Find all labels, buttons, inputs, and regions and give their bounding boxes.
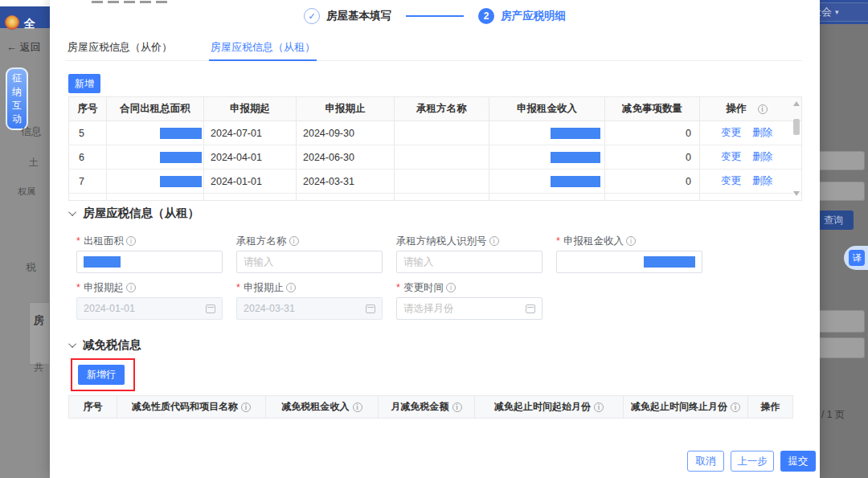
section-rental-info[interactable]: 房屋应税信息（从租） [71, 206, 199, 221]
chevron-down-icon [68, 208, 76, 216]
stepper-connector [406, 15, 464, 17]
table-vertical-scrollbar[interactable] [792, 101, 800, 196]
clipped-breadcrumb [92, 1, 167, 3]
info-icon [446, 283, 456, 292]
delete-link[interactable]: 删除 [752, 126, 772, 140]
field-tenant-tax-id: 承租方纳税人识别号 请输入 [396, 235, 542, 273]
table-header-row: 序号 减免性质代码和项目名称 减免税租金收入 月减免税金额 减免起止时间起始月份… [69, 396, 792, 418]
col-label: 月减免税金额 [391, 400, 449, 414]
property-tax-detail-dialog: ✓ 房屋基本填写 2 房产应税明细 房屋应税信息（从价） 房屋应税信息（从租） … [50, 0, 820, 478]
back-arrow-icon: ← [6, 41, 17, 53]
add-button[interactable]: 新增 [68, 74, 100, 93]
delete-link[interactable]: 删除 [752, 174, 772, 188]
info-icon [353, 402, 362, 412]
cell-tenant [395, 194, 489, 201]
cell-end: 2024-03-31 [297, 170, 395, 193]
tax-emblem-logo [5, 15, 19, 30]
table-row: 5 2024-07-01 2024-09-30 0 变更 删除 [69, 121, 801, 145]
scroll-down-icon[interactable] [793, 191, 800, 196]
caret-down-icon: ▾ [835, 8, 839, 16]
interaction-widget-button[interactable]: 征 纳 互 动 [6, 67, 28, 130]
previous-step-button[interactable]: 上一步 [731, 451, 774, 472]
cell-actions: 变更 删除 [700, 170, 793, 193]
scroll-up-icon[interactable] [793, 101, 800, 106]
section-tax-relief[interactable]: 减免税信息 [71, 337, 141, 353]
cell-actions: 变更 删除 [700, 145, 793, 169]
cell-income [489, 121, 605, 145]
step1-label: 房屋基本填写 [326, 9, 391, 23]
col-actions: 操作 [748, 396, 792, 418]
back-button[interactable]: ← 返回 [6, 40, 41, 55]
step1-check-icon: ✓ [304, 8, 320, 24]
col-end: 申报期止 [297, 97, 395, 121]
area-input[interactable] [76, 251, 223, 273]
highlight-annotation-box: 新增行 [71, 358, 135, 391]
top-navbar-right: 金会 ▾ [820, 0, 868, 24]
field-label: 承租方纳税人识别号 [396, 235, 487, 248]
required-mark: * [76, 282, 80, 293]
translate-widget[interactable]: 译 [844, 246, 868, 270]
info-icon [126, 283, 136, 292]
cancel-button[interactable]: 取消 [687, 451, 724, 472]
screen: 全 ← 返回 征 纳 互 动 信息 土 权属 税 房 共 金会 ▾ [0, 0, 868, 478]
redacted-value [551, 152, 600, 163]
delete-link[interactable]: 删除 [752, 150, 772, 164]
col-label: 减免起止时间起始月份 [494, 400, 591, 414]
cell-seq: 6 [69, 145, 107, 169]
cell-actions [700, 194, 793, 201]
cell-tenant [395, 121, 489, 145]
change-link[interactable]: 变更 [721, 150, 741, 164]
submit-button[interactable]: 提交 [780, 451, 816, 472]
change-link[interactable]: 变更 [721, 174, 741, 188]
top-navbar-left: 全 [0, 6, 50, 28]
cell-relief-count: 0 [605, 145, 700, 169]
scrollbar-thumb[interactable] [793, 119, 800, 135]
change-link[interactable]: 变更 [721, 126, 741, 140]
cell-start: 2024-07-01 [204, 121, 297, 145]
field-rent-income: *申报租金收入 [556, 235, 702, 273]
cell-tenant [395, 145, 489, 169]
tab-ad-valorem[interactable]: 房屋应税信息（从价） [66, 37, 174, 61]
required-mark: * [236, 282, 240, 293]
rental-records-table: 序号 合同出租总面积 申报期起 申报期止 承租方名称 申报租金收入 减免事项数量… [68, 96, 802, 201]
col-label: 减免起止时间终止月份 [631, 400, 727, 414]
period-end-input: 2024-03-31 [236, 297, 383, 320]
cell-tenant [395, 170, 489, 193]
cell-actions: 变更 删除 [700, 121, 793, 145]
rent-income-input[interactable] [556, 251, 702, 273]
cell-relief-count: 0 [605, 170, 700, 193]
tenant-tax-id-input[interactable]: 请输入 [396, 251, 542, 273]
bg-fragment-ownership: 权属 [18, 186, 35, 198]
col-seq: 序号 [69, 396, 117, 418]
tenant-name-input[interactable]: 请输入 [236, 251, 383, 273]
tab-from-rent[interactable]: 房屋应税信息（从租） [209, 37, 317, 61]
field-value: 2024-03-31 [244, 303, 295, 314]
redacted-value [84, 256, 121, 268]
info-icon [452, 402, 462, 412]
cell-area [107, 194, 204, 201]
cell-income [489, 145, 605, 169]
change-time-input[interactable]: 请选择月份 [396, 297, 542, 320]
chevron-down-icon [68, 340, 76, 348]
redacted-value [551, 128, 600, 139]
field-period-end: *申报期止 2024-03-31 [236, 281, 383, 320]
required-mark: * [76, 235, 80, 247]
cell-end: 2024-09-30 [297, 121, 395, 145]
info-icon [289, 236, 299, 246]
back-label: 返回 [20, 41, 41, 53]
col-actions-label: 操作 [727, 102, 747, 116]
info-icon [758, 104, 768, 114]
col-monthly-amount: 月减免税金额 [379, 396, 475, 418]
field-label: 申报租金收入 [563, 235, 624, 248]
info-icon [241, 402, 251, 412]
cell-area [107, 145, 204, 169]
info-icon [626, 236, 636, 246]
add-row-button[interactable]: 新增行 [78, 365, 125, 385]
background-left: 全 ← 返回 征 纳 互 动 信息 土 权属 税 房 共 [0, 0, 50, 478]
table-row: 7 2024-01-01 2024-03-31 0 变更 删除 [69, 170, 801, 194]
field-label: 出租面积 [84, 235, 124, 248]
field-value: 2024-01-01 [84, 303, 135, 314]
tab-bar: 房屋应税信息（从价） 房屋应税信息（从租） [66, 37, 802, 61]
redacted-value [160, 152, 202, 163]
col-actions: 操作 [700, 97, 793, 121]
